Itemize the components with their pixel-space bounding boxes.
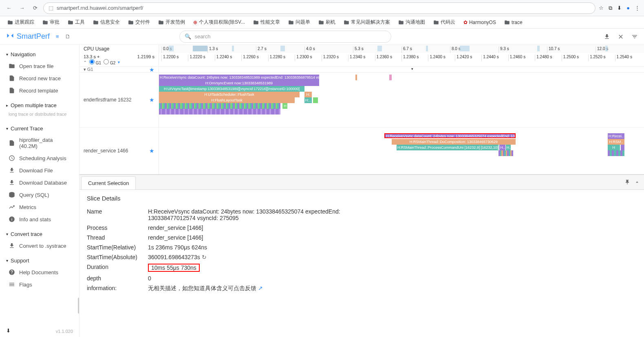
trace-slice[interactable]: H bbox=[282, 103, 287, 109]
group-g1-row[interactable]: ▾ G1★ ▾ bbox=[79, 67, 644, 73]
nav-scheduling[interactable]: Scheduling Analysis bbox=[6, 152, 73, 164]
process-row-enderfirstframe[interactable]: enderfirstframe 16232★ H:ReceiveVsync da… bbox=[79, 73, 644, 128]
bookmark-item[interactable]: ⊕个人项目权限(除SV... bbox=[190, 17, 248, 27]
reload-button[interactable]: ⟳ bbox=[30, 3, 40, 13]
trace-slice[interactable]: H:RSM.. bbox=[608, 139, 625, 145]
trace-slice[interactable] bbox=[621, 145, 625, 150]
nav-section-multiple[interactable]: Open multiple trace bbox=[6, 100, 73, 111]
bookmark-item[interactable]: 沟通地图 bbox=[395, 17, 428, 27]
expand-icon[interactable] bbox=[634, 179, 640, 185]
detail-duration-val: 10ms 55μs 730ns bbox=[148, 264, 200, 272]
detail-process-key: Process bbox=[87, 225, 148, 231]
trace-slice[interactable] bbox=[355, 75, 357, 80]
detail-process-val: render_service [1466] bbox=[148, 225, 360, 231]
nav-metrics[interactable]: Metrics bbox=[6, 201, 73, 213]
app-logo[interactable]: SmartPerf bbox=[6, 32, 50, 41]
menu-toggle-icon[interactable]: ≡ bbox=[56, 33, 59, 40]
trace-slice[interactable]: H:.. bbox=[304, 97, 312, 103]
site-info-icon[interactable]: ⬚ bbox=[49, 5, 53, 11]
menu-icon[interactable]: ⋮ bbox=[635, 5, 640, 11]
nav-section-navigation[interactable]: Navigation bbox=[6, 49, 73, 60]
detail-name-val: H:ReceiveVsync dataCount: 24bytes now: 1… bbox=[148, 208, 360, 221]
new-page-icon[interactable]: 🗋 bbox=[65, 33, 71, 40]
nav-convert-systrace[interactable]: Convert to .systrace bbox=[6, 240, 73, 252]
bookmark-item[interactable]: 问题单 bbox=[285, 17, 313, 27]
trace-slice[interactable]: H bbox=[608, 145, 620, 150]
trace-slice[interactable]: H:FlushLayoutTask bbox=[159, 97, 295, 103]
detail-thread-val: render_service [1466] bbox=[148, 234, 360, 241]
timeline-overview[interactable]: CPU Usage 0.0 s 1.3 s 2.7 s 4.0 s 5.3 s … bbox=[79, 45, 644, 53]
trace-slice-selected[interactable]: H:ReceiveVsync dataCount: 24bytes now: 1… bbox=[384, 133, 515, 138]
trace-slice[interactable]: H.. bbox=[499, 145, 505, 150]
time-header[interactable]: 13.3 s +1.2199 s ⌃ G1 G2 ▾ 1.2200 s 1.22… bbox=[79, 53, 644, 67]
trace-slice[interactable]: H:RSMainThread::ProcessCommandUni [16232… bbox=[397, 145, 498, 150]
detail-duration-key: Duration bbox=[87, 264, 148, 272]
nav-download-file[interactable]: Download File bbox=[6, 164, 73, 176]
forward-button[interactable]: → bbox=[17, 3, 27, 13]
trace-slice[interactable]: H: bbox=[304, 92, 312, 97]
extension-icon[interactable]: ⧉ bbox=[609, 5, 612, 11]
trace-slice[interactable]: H:OnVsyncEvent now:130338348531989 bbox=[159, 80, 319, 86]
star-icon[interactable]: ☆ bbox=[599, 5, 604, 11]
radio-g1[interactable]: G1 bbox=[89, 59, 101, 65]
bookmark-item[interactable]: 审批 bbox=[39, 17, 63, 27]
back-button[interactable]: ← bbox=[4, 3, 14, 13]
bookmarks-bar: 进展跟踪 审批 工具 信息安全 交付件 开发范例 ⊕个人项目权限(除SV... … bbox=[0, 16, 644, 29]
bookmark-item[interactable]: trace bbox=[501, 18, 526, 27]
install-icon[interactable]: ⬇ bbox=[6, 328, 11, 334]
pin-icon[interactable] bbox=[624, 179, 630, 185]
nav-record-template[interactable]: Record template bbox=[6, 84, 73, 97]
chevron-down-icon[interactable]: ▾ bbox=[118, 60, 120, 64]
trace-slice[interactable]: H:UIVsyncTask[timestamp:130338348531989]… bbox=[159, 86, 304, 92]
cpu-usage-label: CPU Usage bbox=[79, 45, 159, 53]
process-row-renderservice[interactable]: render_service 1466★ H:ReceiveVsync data… bbox=[79, 128, 644, 174]
bookmark-item[interactable]: 常见问题解决方案 bbox=[340, 17, 393, 27]
download-icon[interactable]: ⬇ bbox=[617, 5, 622, 11]
bookmark-item[interactable]: ✿HarmonyOS bbox=[460, 18, 499, 27]
close-icon[interactable] bbox=[618, 33, 624, 40]
trace-slice[interactable]: H.. bbox=[506, 145, 511, 150]
nav-record-new[interactable]: Record new trace bbox=[6, 72, 73, 84]
download-icon[interactable] bbox=[604, 33, 610, 40]
trace-slice[interactable] bbox=[313, 97, 318, 103]
refresh-icon[interactable]: ↻ bbox=[202, 254, 207, 260]
trace-slice[interactable] bbox=[389, 75, 392, 80]
nav-section-support[interactable]: Support bbox=[6, 255, 73, 266]
nav-query[interactable]: Query (SQL) bbox=[6, 189, 73, 201]
panel-tabbar: Current Selection bbox=[79, 175, 644, 190]
nav-open-trace[interactable]: Open trace file bbox=[6, 60, 73, 72]
nav-section-convert[interactable]: Convert trace bbox=[6, 229, 73, 240]
nav-download-db[interactable]: Download Database bbox=[6, 176, 73, 189]
search-input[interactable]: 🔍 search bbox=[179, 31, 391, 43]
star-icon[interactable]: ★ bbox=[149, 66, 154, 73]
detail-thread-key: Thread bbox=[87, 234, 148, 241]
bookmark-item[interactable]: 代码云 bbox=[430, 17, 459, 27]
bookmark-item[interactable]: 开发范例 bbox=[155, 17, 188, 27]
nav-hiprofiler[interactable]: hiprofiler_data (40.2M) bbox=[6, 134, 73, 152]
trace-slice[interactable]: H:Recei.. bbox=[608, 133, 625, 139]
bookmark-item[interactable]: 进展跟踪 bbox=[4, 17, 37, 27]
bookmark-item[interactable]: 交付件 bbox=[125, 17, 153, 27]
app-header: SmartPerf ≡ 🗋 🔍 search bbox=[0, 29, 644, 45]
profile-icon[interactable]: ● bbox=[626, 5, 630, 11]
address-bar[interactable]: ⬚ smartperf.rnd.huawei.com/smartperf/ bbox=[43, 2, 595, 14]
star-icon[interactable]: ★ bbox=[149, 97, 154, 103]
trace-slice[interactable]: H:RSMainThread::DoComposition: 130338465… bbox=[392, 139, 515, 145]
trace-slice[interactable]: H:UITaskScheduler::FlushTask bbox=[159, 92, 300, 97]
filter-icon[interactable] bbox=[631, 33, 638, 40]
tab-current-selection[interactable]: Current Selection bbox=[81, 176, 136, 189]
nav-flags[interactable]: Flags bbox=[6, 278, 73, 291]
search-icon: 🔍 bbox=[185, 33, 191, 40]
nav-info[interactable]: Info and stats bbox=[6, 213, 73, 225]
star-icon[interactable]: ★ bbox=[149, 148, 154, 154]
radio-g2[interactable]: G2 bbox=[104, 59, 115, 65]
bookmark-item[interactable]: 性能文章 bbox=[250, 17, 283, 27]
external-link-icon[interactable]: ↗ bbox=[258, 285, 263, 291]
nav-help[interactable]: Help Documents bbox=[6, 266, 73, 278]
bookmark-item[interactable]: 工具 bbox=[64, 17, 88, 27]
nav-section-current[interactable]: Current Trace bbox=[6, 123, 73, 134]
version-label: v1.1.020 bbox=[56, 329, 73, 334]
bookmark-item[interactable]: 信息安全 bbox=[90, 17, 123, 27]
bookmark-item[interactable]: 刷机 bbox=[315, 17, 339, 27]
trace-slice[interactable]: H:ReceiveVsync dataCount: 24bytes now: 1… bbox=[159, 75, 319, 80]
